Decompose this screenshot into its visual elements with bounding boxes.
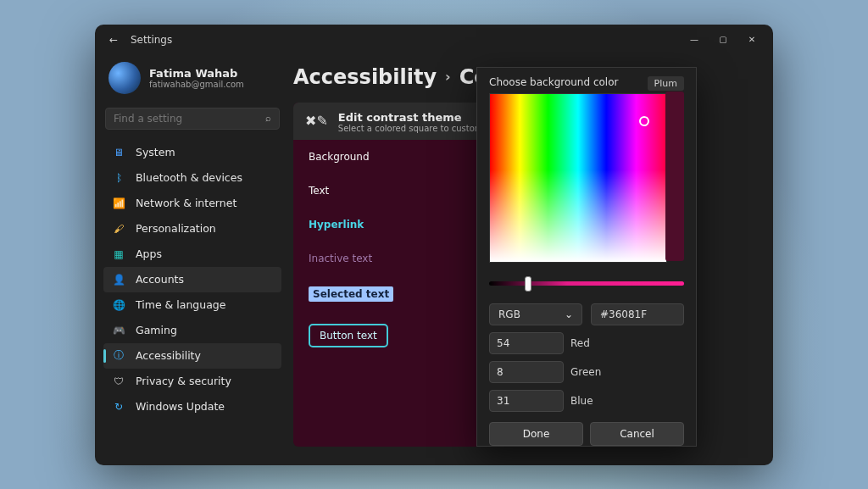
sidebar-item-network-internet[interactable]: 📶Network & internet	[103, 191, 281, 216]
back-button[interactable]: ←	[107, 34, 120, 46]
sidebar-item-label: Time & language	[136, 298, 225, 311]
search-field[interactable]	[114, 113, 265, 125]
search-input[interactable]: ⌕	[105, 108, 280, 130]
user-name: Fatima Wahab	[149, 67, 244, 80]
blue-label: Blue	[570, 395, 593, 407]
green-input[interactable]	[489, 361, 564, 383]
sidebar-item-bluetooth-devices[interactable]: ᛒBluetooth & devices	[103, 165, 281, 191]
brush-cross-icon: ✖✎	[305, 113, 328, 133]
maximize-button[interactable]: ▢	[709, 28, 737, 52]
sidebar-item-label: Network & internet	[136, 197, 236, 209]
nav-list: 🖥SystemᛒBluetooth & devices📶Network & in…	[103, 140, 281, 420]
slider-thumb[interactable]	[525, 276, 531, 292]
gaming-icon: 🎮	[112, 324, 125, 337]
sidebar-item-label: Gaming	[136, 324, 177, 336]
sidebar-item-gaming[interactable]: 🎮Gaming	[103, 318, 281, 343]
sidebar-item-label: Apps	[136, 247, 162, 260]
color-picker-dialog: Choose background color Plum RGB ⌄ #3608…	[476, 67, 697, 447]
picker-cursor-ring[interactable]	[639, 116, 649, 126]
sidebar-item-label: Windows Update	[136, 400, 225, 413]
sidebar-item-accessibility[interactable]: ⓘAccessibility	[103, 343, 281, 369]
profile-block[interactable]: Fatima Wahab fatiwahab@gmail.com	[103, 58, 281, 104]
sidebar-item-label: Accounts	[136, 273, 184, 286]
chevron-down-icon: ⌄	[565, 308, 573, 320]
sidebar-item-label: Privacy & security	[136, 375, 231, 387]
bluetooth-icon: ᛒ	[112, 171, 125, 185]
user-email: fatiwahab@gmail.com	[149, 80, 244, 89]
wifi-icon: 📶	[112, 197, 125, 210]
minimize-button[interactable]: —	[680, 28, 709, 52]
brush-icon: 🖌	[112, 222, 125, 236]
sidebar-item-accounts[interactable]: 👤Accounts	[103, 267, 281, 292]
theme-item-selected: Selected text	[309, 286, 393, 302]
hex-input[interactable]: #36081F	[591, 303, 684, 325]
sidebar-item-windows-update[interactable]: ↻Windows Update	[103, 394, 281, 420]
picker-spectrum[interactable]	[489, 93, 667, 263]
update-icon: ↻	[112, 400, 125, 414]
account-icon: 👤	[112, 273, 125, 286]
cancel-button[interactable]: Cancel	[590, 422, 684, 446]
search-icon: ⌕	[265, 113, 271, 124]
sidebar-item-apps[interactable]: ▦Apps	[103, 242, 281, 267]
color-mode-dropdown[interactable]: RGB ⌄	[489, 303, 582, 325]
sidebar-item-label: Accessibility	[136, 349, 201, 362]
breadcrumb-root[interactable]: Accessibility	[293, 65, 437, 89]
avatar	[108, 62, 141, 94]
done-button[interactable]: Done	[489, 422, 583, 446]
blue-input[interactable]	[489, 390, 564, 412]
settings-window: ← Settings — ▢ ✕ Fatima Wahab fatiwahab@…	[95, 25, 773, 465]
theme-item-button: Button text	[309, 324, 388, 347]
sidebar-item-personalization[interactable]: 🖌Personalization	[103, 216, 281, 242]
sidebar-item-label: Personalization	[136, 222, 216, 235]
green-label: Green	[570, 366, 601, 378]
sidebar-item-system[interactable]: 🖥System	[103, 140, 281, 165]
app-title: Settings	[131, 34, 172, 46]
sidebar-item-privacy-security[interactable]: 🛡Privacy & security	[103, 369, 281, 394]
shield-icon: 🛡	[112, 375, 125, 388]
picker-preview-swatch	[665, 92, 684, 261]
picker-color-name: Plum	[648, 76, 684, 91]
sidebar-item-label: System	[136, 146, 175, 158]
sidebar-item-label: Bluetooth & devices	[136, 171, 242, 184]
close-button[interactable]: ✕	[737, 28, 766, 52]
apps-icon: ▦	[112, 247, 125, 261]
monitor-icon: 🖥	[112, 146, 125, 159]
red-label: Red	[570, 337, 590, 349]
chevron-right-icon: ›	[445, 69, 451, 85]
red-input[interactable]	[489, 332, 564, 354]
titlebar: ← Settings — ▢ ✕	[95, 25, 773, 55]
sidebar-item-time-language[interactable]: 🌐Time & language	[103, 292, 281, 318]
picker-value-slider[interactable]	[489, 276, 684, 292]
accessibility-icon: ⓘ	[112, 349, 125, 363]
globe-icon: 🌐	[112, 298, 125, 312]
sidebar: Fatima Wahab fatiwahab@gmail.com ⌕ 🖥Syst…	[95, 55, 290, 465]
